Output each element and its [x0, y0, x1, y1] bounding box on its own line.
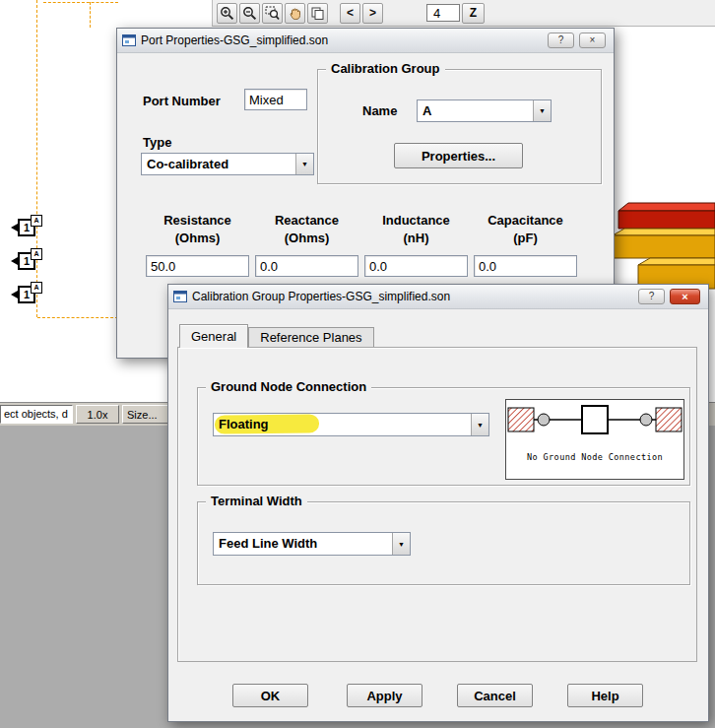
calibration-group-box: Calibration Group Name A ▼ Properties... [317, 69, 602, 184]
ground-connection-diagram: No Ground Node Connection [505, 399, 684, 480]
reactance-field[interactable] [255, 255, 358, 277]
selection-status: ect objects, d [0, 405, 73, 424]
prev-level-button[interactable]: < [340, 3, 360, 24]
level-field[interactable] [426, 4, 460, 22]
duplicate-view-button[interactable] [307, 3, 328, 24]
terminal-width-combo[interactable]: Feed Line Width ▼ [213, 532, 411, 556]
calibration-name-combo[interactable]: A ▼ [417, 99, 552, 122]
dropdown-button[interactable]: ▼ [295, 154, 313, 174]
dropdown-button[interactable]: ▼ [392, 533, 410, 555]
port-marker[interactable]: 1 A [14, 217, 39, 236]
dropdown-button[interactable]: ▼ [471, 414, 488, 435]
z-button[interactable]: Z [462, 3, 485, 24]
tab-reference-planes[interactable]: Reference Planes [248, 327, 373, 347]
port-pointer-icon [11, 224, 18, 232]
port-pointer-icon [11, 291, 18, 298]
chevron-down-icon: ▼ [301, 161, 308, 167]
reactance-title: Reactance [255, 212, 358, 230]
tab-bar: General Reference Planes [179, 324, 374, 348]
ground-node-legend: Ground Node Connection [206, 379, 371, 394]
capacitance-unit: (pF) [474, 230, 577, 247]
dropdown-button[interactable]: ▼ [533, 100, 551, 121]
ok-button[interactable]: OK [232, 684, 308, 707]
zoom-area-button[interactable] [262, 3, 283, 24]
window-icon [173, 291, 187, 302]
port-group-badge: A [31, 215, 42, 227]
pages-icon [310, 6, 325, 21]
top-toolbar: < > Z [212, 0, 715, 27]
calibration-group-properties-dialog: Calibration Group Properties-GSG_simplif… [167, 284, 709, 722]
reactance-column: Reactance (Ohms) [255, 212, 358, 277]
properties-button[interactable]: Properties... [394, 143, 523, 168]
port-dialog-title: Port Properties-GSG_simplified.son [141, 33, 328, 47]
tab-general[interactable]: General [179, 324, 248, 348]
zoom-level-button[interactable]: 1.0x [76, 405, 119, 424]
diagram-caption: No Ground Node Connection [527, 452, 663, 462]
pan-hand-icon [288, 6, 302, 21]
help-button[interactable]: Help [567, 684, 643, 707]
layout-dashed-edge [43, 2, 118, 3]
inductance-unit: (nH) [364, 230, 468, 247]
port-type-combo[interactable]: Co-calibrated ▼ [141, 153, 314, 175]
resistance-unit: (Ohms) [146, 230, 249, 247]
port-pointer-icon [11, 257, 18, 265]
capacitance-column: Capacitance (pF) [474, 212, 577, 277]
metal-polygons[interactable] [607, 199, 715, 290]
inductance-field[interactable] [364, 255, 468, 277]
calib-dialog-title: Calibration Group Properties-GSG_simplif… [192, 290, 450, 303]
port-group-badge: A [31, 282, 42, 294]
zoom-in-icon [220, 6, 234, 21]
resistance-title: Resistance [146, 212, 249, 230]
zoom-in-button[interactable] [217, 3, 237, 24]
chevron-down-icon: ▼ [477, 422, 484, 429]
pan-button[interactable] [285, 3, 305, 24]
ground-node-combo[interactable]: Floating ▼ [213, 413, 489, 436]
port-group-badge: A [31, 248, 42, 260]
calibration-group-legend: Calibration Group [326, 61, 445, 76]
port-marker[interactable]: 1 A [14, 284, 39, 303]
titlebar-help-button[interactable]: ? [548, 33, 574, 48]
cancel-button[interactable]: Cancel [457, 684, 533, 707]
reactance-unit: (Ohms) [255, 230, 358, 247]
chevron-down-icon: ▼ [398, 541, 405, 548]
port-marker[interactable]: 1 A [14, 250, 39, 270]
next-level-button[interactable]: > [362, 3, 383, 24]
terminal-width-value: Feed Line Width [214, 533, 392, 555]
terminal-width-legend: Terminal Width [206, 494, 307, 508]
inductance-column: Inductance (nH) [364, 212, 468, 277]
resistance-column: Resistance (Ohms) [146, 212, 249, 277]
zoom-area-icon [265, 6, 280, 21]
apply-button[interactable]: Apply [347, 684, 422, 707]
screen: 1 A 1 A 1 A [0, 0, 715, 728]
titlebar-help-button[interactable]: ? [638, 289, 665, 304]
port-type-value: Co-calibrated [142, 154, 295, 174]
calibration-name-value: A [418, 100, 533, 121]
ground-node-group-box: Ground Node Connection Floating ▼ [197, 387, 690, 486]
prev-arrow-icon: < [347, 7, 354, 19]
ground-node-value: Floating [214, 414, 471, 435]
titlebar-close-button[interactable]: × [670, 289, 700, 304]
resistance-field[interactable] [146, 255, 249, 277]
chevron-down-icon: ▼ [539, 107, 546, 114]
type-label: Type [143, 135, 171, 150]
calib-dialog-titlebar[interactable]: Calibration Group Properties-GSG_simplif… [168, 285, 708, 309]
zoom-out-icon [242, 6, 257, 21]
port-dialog-titlebar[interactable]: Port Properties-GSG_simplified.son ? × [117, 29, 614, 53]
titlebar-close-button[interactable]: × [579, 33, 606, 48]
capacitance-field[interactable] [474, 255, 577, 277]
next-arrow-icon: > [369, 7, 376, 19]
port-number-label: Port Number [143, 94, 221, 108]
capacitance-title: Capacitance [474, 212, 577, 230]
port-number-field[interactable] [244, 89, 307, 110]
name-label: Name [362, 103, 397, 118]
zoom-out-button[interactable] [239, 3, 260, 24]
inductance-title: Inductance [364, 212, 468, 230]
layout-dashed-edge [37, 317, 118, 318]
layout-dashed-edge [90, 2, 91, 28]
window-icon [122, 34, 136, 46]
terminal-width-group-box: Terminal Width Feed Line Width ▼ [197, 501, 690, 585]
